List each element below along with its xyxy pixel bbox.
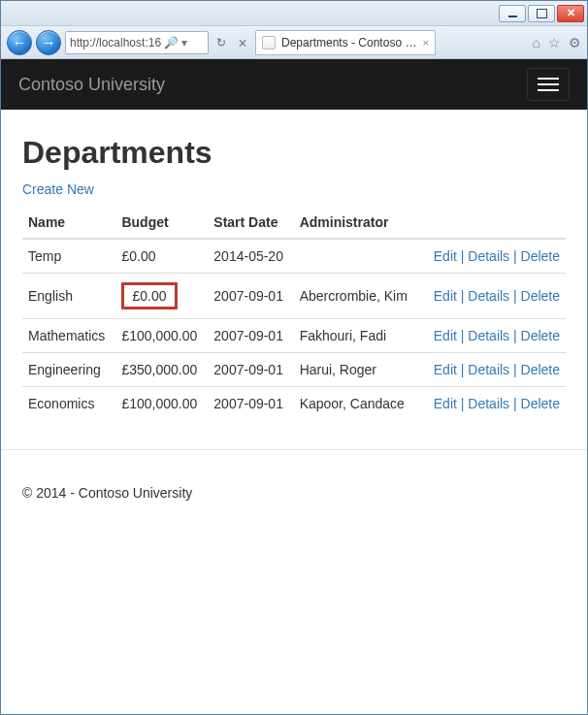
page-footer: © 2014 - Contoso University: [1, 468, 587, 518]
edit-link[interactable]: Edit: [434, 328, 457, 343]
gear-icon[interactable]: ⚙: [569, 35, 581, 50]
back-button[interactable]: ←: [7, 30, 32, 55]
action-sep: |: [457, 248, 468, 264]
col-admin: Administrator: [294, 207, 420, 239]
cell-name: Engineering: [22, 353, 115, 387]
cell-name: Economics: [22, 387, 115, 421]
col-budget: Budget: [115, 207, 208, 239]
toolbar-right-icons: ⌂ ☆ ⚙: [533, 35, 581, 50]
cell-actions: Edit | Details | Delete: [420, 274, 566, 319]
cell-actions: Edit | Details | Delete: [420, 353, 566, 387]
action-sep: |: [457, 362, 468, 377]
details-link[interactable]: Details: [468, 328, 509, 343]
cell-start: 2014-05-20: [208, 239, 293, 274]
page-title: Departments: [22, 135, 566, 171]
footer-divider: [1, 449, 587, 450]
refresh-button[interactable]: ↻: [216, 36, 226, 49]
cell-admin: [294, 239, 420, 274]
edit-link[interactable]: Edit: [434, 288, 457, 304]
cell-admin: Fakhouri, Fadi: [294, 319, 420, 353]
window-minimize-button[interactable]: [499, 5, 526, 22]
cell-actions: Edit | Details | Delete: [420, 319, 566, 353]
action-sep: |: [457, 396, 468, 411]
table-row: Temp£0.002014-05-20Edit | Details | Dele…: [22, 239, 566, 274]
create-new-link[interactable]: Create New: [22, 181, 94, 197]
details-link[interactable]: Details: [468, 362, 509, 377]
action-sep: |: [509, 288, 520, 304]
action-sep: |: [509, 248, 520, 264]
nav-toggle-button[interactable]: [527, 68, 570, 101]
table-row: English£0.002007-09-01Abercrombie, KimEd…: [22, 274, 566, 319]
details-link[interactable]: Details: [468, 288, 509, 304]
favorites-icon[interactable]: ☆: [548, 35, 561, 50]
col-name: Name: [22, 207, 115, 239]
cell-start: 2007-09-01: [208, 387, 293, 421]
action-sep: |: [509, 396, 520, 411]
action-sep: |: [457, 328, 468, 343]
col-actions: [420, 207, 566, 239]
arrow-left-icon: ←: [13, 34, 27, 50]
hamburger-bar-icon: [538, 89, 559, 91]
cell-actions: Edit | Details | Delete: [420, 239, 566, 274]
address-bar[interactable]: http://localhost:16 🔎 ▾: [65, 31, 209, 54]
cell-admin: Abercrombie, Kim: [294, 274, 420, 319]
cell-name: Mathematics: [22, 319, 115, 353]
cell-budget: £100,000.00: [115, 319, 208, 353]
cell-actions: Edit | Details | Delete: [420, 387, 566, 421]
cell-admin: Harui, Roger: [294, 353, 420, 387]
action-sep: |: [509, 362, 520, 377]
site-brand[interactable]: Contoso University: [18, 75, 165, 95]
departments-table: Name Budget Start Date Administrator Tem…: [22, 207, 566, 420]
col-start: Start Date: [208, 207, 293, 239]
tab-title: Departments - Contoso Un...: [281, 36, 417, 49]
edit-link[interactable]: Edit: [434, 248, 457, 264]
hamburger-bar-icon: [538, 83, 559, 85]
search-dropdown-icon: 🔎 ▾: [164, 36, 187, 49]
action-sep: |: [457, 288, 468, 304]
page-container: Departments Create New Name Budget Start…: [1, 110, 587, 432]
page-viewport: Contoso University Departments Create Ne…: [1, 59, 587, 714]
window-maximize-button[interactable]: [528, 5, 555, 22]
cell-start: 2007-09-01: [208, 353, 293, 387]
tab-close-button[interactable]: ×: [423, 37, 429, 49]
delete-link[interactable]: Delete: [521, 396, 560, 411]
details-link[interactable]: Details: [468, 248, 509, 264]
edit-link[interactable]: Edit: [434, 362, 457, 377]
cell-budget: £100,000.00: [115, 387, 208, 421]
table-row: Engineering£350,000.002007-09-01Harui, R…: [22, 353, 566, 387]
stop-button[interactable]: ⨯: [238, 36, 247, 49]
cell-budget: £0.00: [115, 239, 208, 274]
hamburger-bar-icon: [538, 78, 559, 80]
home-icon[interactable]: ⌂: [533, 35, 540, 50]
delete-link[interactable]: Delete: [521, 288, 560, 304]
window-titlebar: ✕: [1, 1, 587, 26]
budget-highlighted: £0.00: [121, 282, 177, 309]
details-link[interactable]: Details: [468, 396, 509, 411]
browser-tab[interactable]: Departments - Contoso Un... ×: [255, 30, 436, 55]
table-row: Economics£100,000.002007-09-01Kapoor, Ca…: [22, 387, 566, 421]
address-url: http://localhost:16: [70, 36, 161, 49]
action-sep: |: [509, 328, 520, 343]
cell-budget: £350,000.00: [115, 353, 208, 387]
delete-link[interactable]: Delete: [521, 328, 560, 343]
forward-button[interactable]: →: [36, 30, 61, 55]
cell-admin: Kapoor, Candace: [294, 387, 420, 421]
browser-window: ✕ ← → http://localhost:16 🔎 ▾ ↻ ⨯ Depart…: [0, 0, 588, 715]
edit-link[interactable]: Edit: [434, 396, 457, 411]
window-close-button[interactable]: ✕: [557, 5, 584, 22]
site-navbar: Contoso University: [1, 59, 587, 110]
browser-toolbar: ← → http://localhost:16 🔎 ▾ ↻ ⨯ Departme…: [1, 26, 587, 59]
table-row: Mathematics£100,000.002007-09-01Fakhouri…: [22, 319, 566, 353]
cell-name: Temp: [22, 239, 115, 274]
cell-budget: £0.00: [115, 274, 208, 319]
cell-start: 2007-09-01: [208, 274, 293, 319]
delete-link[interactable]: Delete: [521, 248, 560, 264]
arrow-right-icon: →: [42, 34, 56, 50]
cell-name: English: [22, 274, 115, 319]
table-header-row: Name Budget Start Date Administrator: [22, 207, 566, 239]
favicon-icon: [262, 36, 276, 49]
cell-start: 2007-09-01: [208, 319, 293, 353]
delete-link[interactable]: Delete: [521, 362, 560, 377]
close-icon: ✕: [567, 7, 575, 19]
